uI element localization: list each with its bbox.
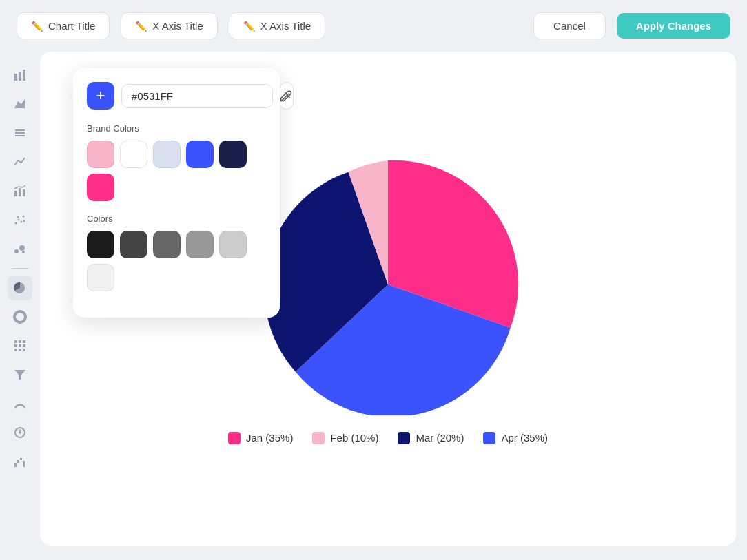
brand-colors-label: Brand Colors [87, 123, 266, 134]
main-layout: + Brand Colors Colors [0, 52, 747, 557]
sidebar-bar-chart-icon[interactable] [8, 63, 32, 87]
sidebar-area-chart-icon[interactable] [8, 92, 32, 116]
svg-rect-35 [20, 458, 22, 460]
sidebar-pie-chart-icon[interactable] [8, 276, 32, 300]
svg-rect-2 [23, 70, 25, 81]
svg-rect-20 [14, 340, 17, 343]
legend-label-mar: Mar (20%) [416, 432, 464, 444]
svg-point-11 [18, 219, 20, 221]
color-swatch-medium-gray[interactable] [153, 231, 181, 258]
color-swatch-dark-gray[interactable] [120, 231, 147, 258]
svg-rect-21 [19, 340, 21, 343]
svg-point-14 [23, 216, 25, 218]
svg-point-18 [22, 251, 25, 253]
color-swatch-light-gray[interactable] [219, 231, 247, 258]
color-picker-popup: + Brand Colors Colors [73, 68, 280, 318]
sidebar-gauge-icon[interactable] [8, 420, 32, 445]
color-swatch-gray[interactable] [186, 231, 214, 258]
legend-color-mar [398, 432, 410, 444]
brand-swatch-hot-pink[interactable] [87, 174, 114, 201]
svg-rect-25 [23, 344, 25, 347]
svg-rect-36 [23, 461, 25, 467]
svg-marker-3 [14, 99, 25, 108]
x-axis-title-2-button[interactable]: ✏️ X Axis Title [229, 12, 325, 39]
svg-marker-29 [14, 370, 25, 380]
svg-rect-1 [19, 72, 21, 81]
color-hex-input[interactable] [121, 84, 273, 108]
color-swatch-off-white[interactable] [87, 264, 114, 291]
legend-item-mar: Mar (20%) [398, 432, 464, 444]
svg-rect-23 [14, 344, 17, 347]
x-axis-title-2-label: X Axis Title [260, 20, 311, 32]
cancel-button[interactable]: Cancel [533, 12, 606, 39]
pencil-icon-2: ✏️ [135, 21, 147, 32]
svg-point-15 [23, 220, 25, 222]
svg-point-12 [21, 221, 23, 223]
legend-item-apr: Apr (35%) [483, 432, 548, 444]
svg-rect-27 [19, 349, 21, 351]
sidebar-arc-icon[interactable] [8, 391, 32, 416]
colors-label: Colors [87, 214, 266, 224]
legend-color-feb [312, 432, 325, 444]
pencil-icon-3: ✏️ [243, 21, 255, 32]
svg-point-17 [19, 245, 25, 251]
eyedropper-button[interactable] [280, 82, 294, 110]
svg-rect-33 [14, 463, 17, 467]
svg-rect-34 [17, 460, 19, 463]
sidebar-donut-icon[interactable] [8, 304, 32, 329]
legend-label-feb: Feb (10%) [330, 432, 378, 444]
svg-point-19 [14, 311, 25, 322]
sidebar-scatter-icon[interactable] [8, 207, 32, 232]
sidebar-divider [12, 268, 28, 269]
svg-rect-7 [14, 191, 17, 196]
sidebar [0, 52, 40, 557]
x-axis-title-1-button[interactable]: ✏️ X Axis Title [121, 12, 217, 39]
legend-label-jan: Jan (35%) [246, 432, 293, 444]
brand-swatch-navy[interactable] [219, 141, 247, 168]
svg-point-13 [17, 216, 19, 218]
svg-rect-22 [23, 340, 25, 343]
sidebar-funnel-icon[interactable] [8, 362, 32, 387]
toolbar: ✏️ Chart Title ✏️ X Axis Title ✏️ X Axis… [0, 0, 747, 52]
svg-rect-9 [23, 189, 25, 196]
sidebar-waterfall-icon[interactable] [8, 449, 32, 474]
svg-rect-8 [19, 188, 21, 196]
x-axis-title-1-label: X Axis Title [152, 20, 203, 32]
svg-point-10 [15, 222, 17, 225]
chart-content-area: + Brand Colors Colors [40, 52, 736, 546]
brand-swatch-white[interactable] [120, 141, 147, 168]
legend-label-apr: Apr (35%) [501, 432, 548, 444]
color-swatches [87, 231, 266, 291]
sidebar-combo-chart-icon[interactable] [8, 178, 32, 203]
pencil-icon-1: ✏️ [31, 21, 43, 32]
legend-item-jan: Jan (35%) [228, 432, 293, 444]
legend-color-jan [228, 432, 241, 444]
chart-title-label: Chart Title [48, 20, 95, 32]
brand-swatch-pink-light[interactable] [87, 141, 114, 168]
sidebar-heatmap-icon[interactable] [8, 333, 32, 358]
svg-rect-26 [14, 349, 17, 351]
chart-legend: Jan (35%)Feb (10%)Mar (20%)Apr (35%) [228, 432, 548, 444]
svg-point-16 [14, 249, 19, 253]
picker-top-row: + [87, 82, 266, 110]
chart-title-button[interactable]: ✏️ Chart Title [17, 12, 110, 39]
brand-swatch-blue[interactable] [186, 141, 214, 168]
brand-color-swatches [87, 141, 266, 201]
svg-rect-0 [14, 74, 17, 81]
sidebar-bubble-icon[interactable] [8, 236, 32, 261]
svg-rect-24 [19, 344, 21, 347]
apply-changes-button[interactable]: Apply Changes [617, 13, 730, 39]
legend-color-apr [483, 432, 495, 444]
svg-rect-28 [23, 349, 25, 351]
sidebar-line-chart-icon[interactable] [8, 149, 32, 174]
pie-chart-svg [257, 154, 519, 415]
add-color-button[interactable]: + [87, 82, 114, 110]
brand-swatch-lavender-light[interactable] [153, 141, 181, 168]
sidebar-list-icon[interactable] [8, 121, 32, 145]
legend-item-feb: Feb (10%) [312, 432, 378, 444]
color-swatch-black[interactable] [87, 231, 114, 258]
